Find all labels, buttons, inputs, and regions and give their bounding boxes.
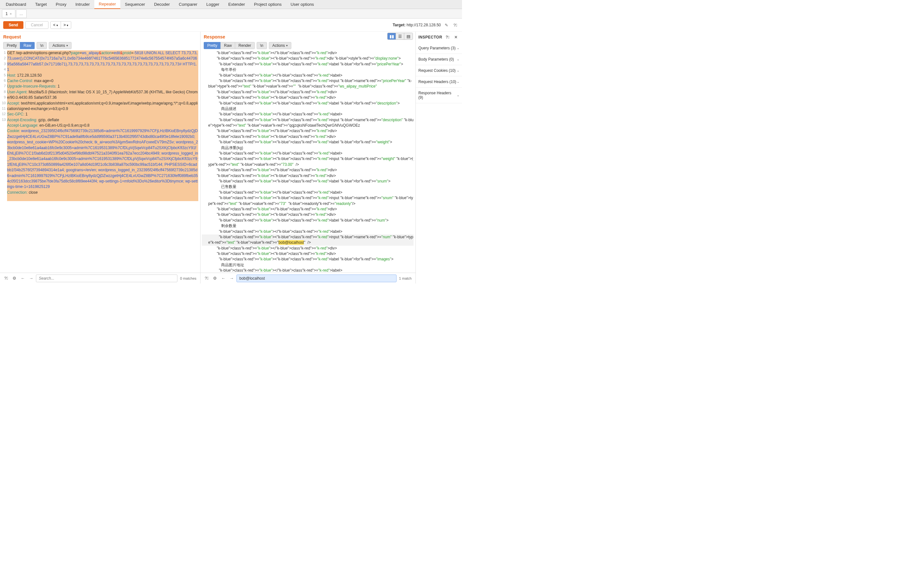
request-match-count: 0 matches xyxy=(179,276,198,280)
layout-rows-icon[interactable]: ☰ xyxy=(396,33,404,39)
tab-extender[interactable]: Extender xyxy=(224,0,249,9)
resize-handle[interactable] xyxy=(196,158,200,163)
cancel-button[interactable]: Cancel xyxy=(26,21,48,29)
request-actions-dropdown[interactable]: Actions▾ xyxy=(49,42,71,49)
close-icon[interactable]: × xyxy=(10,12,12,16)
tab-user-options[interactable]: User options xyxy=(286,0,319,9)
layout-combined-icon[interactable]: ▤ xyxy=(404,33,413,39)
response-editor[interactable]: "k-blue">class"k-red">="k-blue"></"k-blu… xyxy=(201,50,415,273)
tab-sequencer[interactable]: Sequencer xyxy=(120,0,150,9)
inspector-row-query-parameters[interactable]: Query Parameters (3)⌄ xyxy=(416,43,462,54)
inspector-row-response-headers[interactable]: Response Headers (9)⌄ xyxy=(416,87,462,103)
request-view-tabs: PrettyRaw xyxy=(3,42,35,49)
layout-columns-icon[interactable]: ▮▮ xyxy=(388,33,396,39)
chevron-down-icon: ⌄ xyxy=(457,46,460,50)
repeater-subtabs: 1 × ... xyxy=(0,9,462,19)
request-tab-pretty[interactable]: Pretty xyxy=(3,42,20,49)
tab-project-options[interactable]: Project options xyxy=(249,0,286,9)
subtab-1[interactable]: 1 × xyxy=(2,9,15,18)
edit-target-icon[interactable]: ✎ xyxy=(443,21,450,28)
gear-icon[interactable]: ⚙ xyxy=(11,275,18,282)
forward-button[interactable]: > ▾ xyxy=(61,21,71,28)
send-button[interactable]: Send xyxy=(3,21,23,29)
response-pane: Response ▮▮ ☰ ▤ PrettyRawRender \n Actio… xyxy=(201,32,415,284)
chevron-down-icon: ⌄ xyxy=(457,58,460,61)
help-icon[interactable]: ?⃝ xyxy=(3,275,10,282)
request-editor[interactable]: 12345678910111213 GET /wp-admin/options-… xyxy=(0,50,200,273)
inspector-row-request-cookies[interactable]: Request Cookies (10)⌄ xyxy=(416,65,462,76)
response-match-count: 1 match xyxy=(398,276,413,280)
target-label: Target: http://172.28.128.50 xyxy=(393,23,441,27)
tab-proxy[interactable]: Proxy xyxy=(51,0,71,9)
gear-icon[interactable]: ⚙ xyxy=(212,275,218,282)
tab-decoder[interactable]: Decoder xyxy=(150,0,174,9)
search-prev-icon[interactable]: ← xyxy=(220,275,227,282)
inspector-row-body-parameters[interactable]: Body Parameters (0)⌄ xyxy=(416,54,462,65)
response-tab-pretty[interactable]: Pretty xyxy=(204,42,221,49)
response-tab-raw[interactable]: Raw xyxy=(221,42,235,49)
tab-comparer[interactable]: Comparer xyxy=(174,0,202,9)
back-button[interactable]: < ▾ xyxy=(51,21,61,28)
close-icon[interactable]: ✕ xyxy=(452,34,460,41)
chevron-down-icon: ⌄ xyxy=(457,94,460,97)
subtab-add[interactable]: ... xyxy=(16,9,27,18)
resize-handle[interactable] xyxy=(412,158,415,163)
response-tab-render[interactable]: Render xyxy=(235,42,254,49)
request-newline-toggle[interactable]: \n xyxy=(36,42,47,49)
search-next-icon[interactable]: → xyxy=(28,275,35,282)
tab-target[interactable]: Target xyxy=(31,0,51,9)
chevron-down-icon: ⌄ xyxy=(457,69,460,72)
help-icon[interactable]: ?⃝ xyxy=(452,21,459,28)
tab-repeater[interactable]: Repeater xyxy=(94,0,120,9)
inspector-panel: INSPECTOR ?⃝ ✕ Query Parameters (3)⌄Body… xyxy=(415,32,462,284)
tab-logger[interactable]: Logger xyxy=(202,0,224,9)
tab-dashboard[interactable]: Dashboard xyxy=(1,0,31,9)
search-prev-icon[interactable]: ← xyxy=(19,275,26,282)
chevron-down-icon: ⌄ xyxy=(457,80,460,83)
inspector-row-request-headers[interactable]: Request Headers (10)⌄ xyxy=(416,76,462,87)
response-search-input[interactable] xyxy=(236,274,397,282)
request-title: Request xyxy=(0,32,200,41)
response-view-tabs: PrettyRawRender xyxy=(204,42,255,49)
history-nav: < ▾ > ▾ xyxy=(50,21,72,29)
layout-switcher: ▮▮ ☰ ▤ xyxy=(387,33,413,40)
request-pane: Request PrettyRaw \n Actions▾ 1234567891… xyxy=(0,32,201,284)
response-actions-dropdown[interactable]: Actions▾ xyxy=(269,42,291,49)
main-tabs: DashboardTargetProxyIntruderRepeaterSequ… xyxy=(0,0,462,9)
inspector-title: INSPECTOR xyxy=(418,35,442,39)
response-newline-toggle[interactable]: \n xyxy=(257,42,267,49)
subtab-label: 1 xyxy=(6,11,8,16)
response-title: Response xyxy=(201,32,228,41)
request-search-input[interactable] xyxy=(36,274,177,282)
toolbar: Send Cancel < ▾ > ▾ Target: http://172.2… xyxy=(0,19,462,32)
search-next-icon[interactable]: → xyxy=(228,275,235,282)
request-tab-raw[interactable]: Raw xyxy=(20,42,35,49)
help-icon[interactable]: ?⃝ xyxy=(444,34,451,41)
tab-intruder[interactable]: Intruder xyxy=(71,0,94,9)
help-icon[interactable]: ?⃝ xyxy=(203,275,210,282)
